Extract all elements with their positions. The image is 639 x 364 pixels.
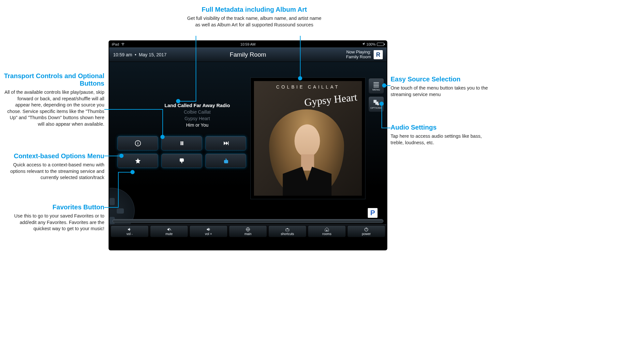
artist-name: Colbie Caillat xyxy=(152,109,243,115)
svg-rect-12 xyxy=(377,104,379,105)
app-header: 10:59 am • May 15, 2017 Family Room Now … xyxy=(109,48,387,62)
svg-rect-18 xyxy=(326,230,327,231)
info-icon xyxy=(135,140,141,147)
album-art-artist: COLBIE CAILLAT xyxy=(254,81,362,90)
metadata-block: Land Called Far Away Radio Colbie Cailla… xyxy=(152,103,243,128)
svg-line-13 xyxy=(170,228,171,230)
mute-button[interactable]: mute xyxy=(150,225,188,237)
power-label: power xyxy=(362,232,371,236)
status-time: 10:59 AM xyxy=(240,42,255,46)
options-icon xyxy=(373,99,380,106)
callout-favorites: Favorites Button Use this to go to your … xyxy=(3,203,104,232)
volume-down-icon xyxy=(127,227,132,232)
service-badge: P xyxy=(368,208,378,218)
callout-transport-body: All of the available controls like play/… xyxy=(3,89,104,127)
callout-audio-title: Audio Settings xyxy=(391,124,492,131)
page-title: Family Room xyxy=(230,51,266,58)
power-icon xyxy=(364,227,369,232)
vol-down-label: vol - xyxy=(126,232,133,236)
album-name: Gypsy Heart xyxy=(152,116,243,121)
globe-icon xyxy=(245,227,251,232)
next-track-icon xyxy=(223,140,229,147)
svg-rect-8 xyxy=(374,85,379,86)
svg-rect-6 xyxy=(374,82,379,83)
brand-logo[interactable]: R xyxy=(374,50,383,59)
callout-source: Easy Source Selection One touch of the m… xyxy=(391,76,492,98)
star-icon xyxy=(135,158,141,164)
menu-button[interactable]: MENU xyxy=(368,78,384,94)
album-art-portrait xyxy=(269,106,344,196)
rooms-button[interactable]: rooms xyxy=(308,225,346,237)
track-name: Him or You xyxy=(152,122,243,128)
thumb-up-button[interactable] xyxy=(205,154,246,168)
callout-favorites-title: Favorites Button xyxy=(3,203,104,211)
callout-transport: Transport Controls and Optional Buttons … xyxy=(3,72,104,127)
vol-down-button[interactable]: vol - xyxy=(111,225,149,237)
callout-source-body: One touch of the menu button takes you t… xyxy=(391,85,492,98)
volume-up-icon xyxy=(206,227,211,232)
svg-rect-1 xyxy=(138,143,138,145)
svg-rect-3 xyxy=(180,141,181,145)
thumb-down-icon xyxy=(179,158,185,164)
callout-transport-title: Transport Controls and Optional Buttons xyxy=(3,72,104,87)
vol-up-label: vol + xyxy=(205,232,212,236)
options-button-label: OPTIONS xyxy=(370,106,382,109)
main-label: main xyxy=(245,232,252,236)
album-art: COLBIE CAILLAT Gypsy Heart xyxy=(250,77,365,199)
header-date: May 15, 2017 xyxy=(139,52,167,57)
mute-icon xyxy=(166,227,172,232)
svg-rect-2 xyxy=(138,142,138,142)
main-area: Land Called Far Away Radio Colbie Cailla… xyxy=(109,62,387,238)
ios-status-bar: iPad 10:59 AM 100% xyxy=(109,41,387,48)
bottom-nav: vol - mute vol + main shortcuts rooms xyxy=(109,224,387,238)
callout-context-body: Quick access to a context-based menu wit… xyxy=(3,162,104,181)
info-button[interactable] xyxy=(117,136,158,150)
next-track-button[interactable] xyxy=(205,136,246,150)
pause-button[interactable] xyxy=(161,136,202,150)
svg-rect-5 xyxy=(228,141,229,145)
now-playing-label: Now Playing: xyxy=(346,50,371,55)
transport-controls xyxy=(117,136,246,171)
callout-metadata-title: Full Metadata including Album Art xyxy=(186,6,323,13)
now-playing-room: Family Room xyxy=(346,55,371,60)
thumb-up-icon xyxy=(223,158,229,164)
callout-favorites-body: Use this to go to your saved Favorites o… xyxy=(3,213,104,232)
callout-source-title: Easy Source Selection xyxy=(391,76,492,83)
device-label: iPad xyxy=(112,42,119,46)
pause-icon xyxy=(179,140,185,147)
mute-label: mute xyxy=(165,232,172,236)
callout-metadata-body: Get full visibility of the track name, a… xyxy=(186,15,323,28)
callout-audio: Audio Settings Tap here to access audio … xyxy=(391,124,492,146)
station-name: Land Called Far Away Radio xyxy=(152,103,243,108)
rooms-icon xyxy=(324,227,330,232)
shortcuts-icon xyxy=(285,227,290,232)
rooms-label: rooms xyxy=(322,232,332,236)
thumb-down-button[interactable] xyxy=(161,154,202,168)
callout-context: Context-based Options Menu Quick access … xyxy=(3,152,104,181)
battery-icon xyxy=(377,43,384,46)
callout-audio-body: Tap here to access audio settings like b… xyxy=(391,133,492,146)
album-art-title: Gypsy Heart xyxy=(304,93,358,107)
svg-rect-9 xyxy=(374,87,379,87)
wifi-icon xyxy=(121,42,125,47)
header-datetime: 10:59 am • May 15, 2017 xyxy=(113,52,167,57)
battery-percent: 100% xyxy=(366,42,376,46)
svg-rect-17 xyxy=(286,229,289,231)
menu-button-label: MENU xyxy=(372,88,380,91)
shortcuts-label: shortcuts xyxy=(281,232,294,236)
main-button[interactable]: main xyxy=(229,225,267,237)
location-icon xyxy=(362,42,365,46)
progress-bar[interactable] xyxy=(112,219,383,223)
tablet-frame: iPad 10:59 AM 100% 10:59 am • May 15, 20… xyxy=(109,40,387,250)
header-sep: • xyxy=(135,52,136,57)
svg-rect-20 xyxy=(366,228,366,230)
header-time: 10:59 am xyxy=(113,52,132,57)
power-button[interactable]: power xyxy=(347,225,385,237)
callout-context-title: Context-based Options Menu xyxy=(3,152,104,160)
vol-up-button[interactable]: vol + xyxy=(189,225,228,237)
svg-rect-7 xyxy=(374,84,379,84)
callout-metadata: Full Metadata including Album Art Get fu… xyxy=(186,6,323,28)
menu-icon xyxy=(373,81,380,88)
svg-rect-4 xyxy=(182,141,183,145)
shortcuts-button[interactable]: shortcuts xyxy=(268,225,306,237)
